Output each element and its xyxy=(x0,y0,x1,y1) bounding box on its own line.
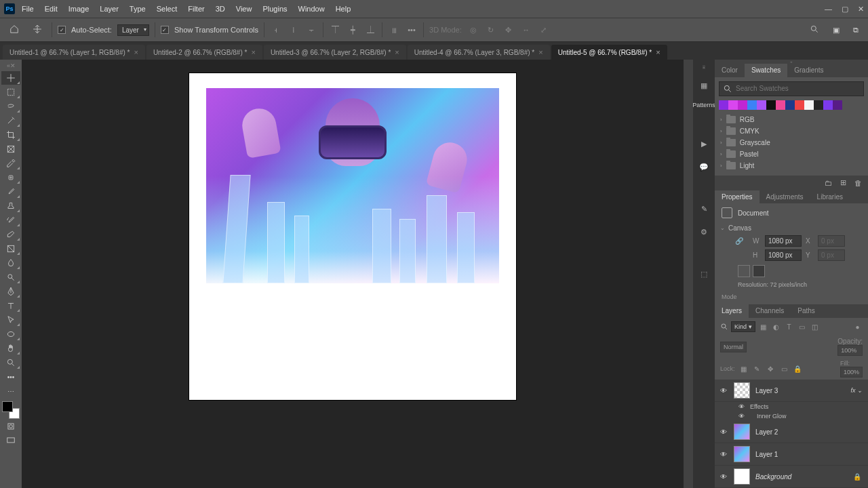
tab-libraries[interactable]: Libraries xyxy=(810,190,850,204)
menu-filter[interactable]: Filter xyxy=(182,2,210,16)
document-tab[interactable]: Untitled-1 @ 66.7% (Layer 1, RGB/8#) *× xyxy=(3,45,145,60)
crop-tool[interactable] xyxy=(1,128,20,142)
shape-tool[interactable] xyxy=(1,327,20,341)
comments-panel-icon[interactable]: 💬 xyxy=(697,160,711,174)
tab-color[interactable]: Color xyxy=(715,64,745,77)
menu-type[interactable]: Type xyxy=(124,2,151,16)
visibility-toggle[interactable]: 👁 xyxy=(719,428,728,436)
swatch-color[interactable] xyxy=(728,100,738,110)
visibility-toggle[interactable]: 👁 xyxy=(736,413,746,420)
tab-swatches[interactable]: Swatches xyxy=(745,64,787,77)
swatch-search-input[interactable] xyxy=(736,85,860,92)
lasso-tool[interactable] xyxy=(1,100,20,113)
swatch-color[interactable] xyxy=(814,100,823,110)
3d-panel-icon[interactable]: ⬚ xyxy=(697,267,711,281)
swatch-folder[interactable]: ›RGB xyxy=(719,114,864,125)
swatch-folder[interactable]: ›CMYK xyxy=(719,125,864,137)
visibility-toggle[interactable]: 👁 xyxy=(719,451,728,458)
layer-name[interactable]: Layer 1 xyxy=(755,451,778,458)
lock-pos-icon[interactable]: ✥ xyxy=(766,364,776,374)
layer-name[interactable]: Layer 2 xyxy=(755,428,778,436)
color-swatches[interactable] xyxy=(2,401,20,419)
close-button[interactable]: ✕ xyxy=(858,5,864,14)
vertical-scrollbar[interactable] xyxy=(684,60,693,488)
path-select-tool[interactable] xyxy=(1,313,20,327)
visibility-toggle[interactable]: 👁 xyxy=(719,473,728,481)
align-vcenter-icon[interactable]: ┿ xyxy=(347,24,359,36)
layer-row[interactable]: 👁Background🔒 xyxy=(715,466,868,488)
swatch-new-icon[interactable]: ⊞ xyxy=(838,178,848,188)
document-tab[interactable]: Untitled-2 @ 66.7% (RGB/8#) *× xyxy=(146,45,262,60)
menu-image[interactable]: Image xyxy=(63,2,95,16)
blend-mode-dropdown[interactable]: Normal xyxy=(720,342,747,352)
frame-tool[interactable] xyxy=(1,142,20,156)
auto-select-mode-dropdown[interactable]: Layer xyxy=(117,24,149,36)
blur-tool[interactable] xyxy=(1,256,20,270)
swatch-color[interactable] xyxy=(757,100,766,110)
dodge-tool[interactable] xyxy=(1,270,20,284)
eraser-tool[interactable] xyxy=(1,228,20,241)
wand-tool[interactable] xyxy=(1,114,20,127)
swatch-delete-icon[interactable]: 🗑 xyxy=(853,178,863,188)
screenmode-tool[interactable] xyxy=(1,434,20,447)
distribute-icon[interactable]: ⫼ xyxy=(388,24,400,36)
swatch-save-icon[interactable]: 🗀 xyxy=(823,178,833,188)
lock-paint-icon[interactable]: ✎ xyxy=(752,364,762,374)
tab-properties[interactable]: Properties xyxy=(715,190,760,204)
auto-select-checkbox[interactable]: ✓ xyxy=(58,26,66,34)
menu-file[interactable]: File xyxy=(16,2,39,16)
menu-edit[interactable]: Edit xyxy=(39,2,63,16)
fx-badge[interactable]: fx ⌄ xyxy=(850,387,863,394)
menu-layer[interactable]: Layer xyxy=(94,2,124,16)
menu-plugins[interactable]: Plugins xyxy=(257,2,292,16)
swatch-search[interactable] xyxy=(719,81,864,96)
quickmask-tool[interactable] xyxy=(1,420,20,433)
document-tab[interactable]: Untitled-5 @ 66.7% (RGB/8#) *× xyxy=(551,45,667,60)
swatch-folder[interactable]: ›Pastel xyxy=(719,148,864,160)
edit-toolbar[interactable]: ⋯ xyxy=(1,384,20,398)
height-input[interactable] xyxy=(765,249,802,261)
swatch-folder[interactable]: ›Grayscale xyxy=(719,137,864,148)
move-tool-icon[interactable] xyxy=(28,22,46,37)
foreground-color[interactable] xyxy=(2,401,13,412)
history-brush-tool[interactable] xyxy=(1,214,20,227)
canvas-section-toggle[interactable]: ⌄Canvas xyxy=(715,222,868,234)
move-tool[interactable] xyxy=(1,71,20,85)
artboard[interactable] xyxy=(189,73,516,400)
heal-tool[interactable] xyxy=(1,171,20,184)
layer-name[interactable]: Layer 3 xyxy=(755,387,778,394)
fill-value[interactable]: 100% xyxy=(840,367,863,378)
menu-select[interactable]: Select xyxy=(151,2,183,16)
align-left-icon[interactable]: ⫞ xyxy=(270,24,282,36)
lock-trans-icon[interactable]: ▦ xyxy=(738,364,749,374)
canvas-area[interactable] xyxy=(22,60,684,488)
tab-close-icon[interactable]: × xyxy=(251,48,255,56)
show-transform-checkbox[interactable]: ✓ xyxy=(161,26,169,34)
layer-thumbnail[interactable] xyxy=(734,424,750,440)
tab-close-icon[interactable]: × xyxy=(134,48,138,56)
document-tab[interactable]: Untitled-4 @ 66.7% (Layer 3, RGB/8#) *× xyxy=(408,45,550,60)
tool-overflow[interactable]: ••• xyxy=(1,370,20,384)
filter-toggle[interactable]: ● xyxy=(852,322,863,332)
zoom-tool[interactable] xyxy=(1,356,20,369)
gradient-tool[interactable] xyxy=(1,242,20,256)
swatch-color[interactable] xyxy=(804,100,814,110)
tab-close-icon[interactable]: × xyxy=(656,48,660,56)
swatch-color[interactable] xyxy=(738,100,747,110)
swatch-folder[interactable]: ›Light xyxy=(719,160,864,171)
type-tool[interactable] xyxy=(1,299,20,312)
visibility-toggle[interactable]: 👁 xyxy=(736,403,746,410)
swatch-color[interactable] xyxy=(833,100,842,110)
swatch-color[interactable] xyxy=(776,100,785,110)
layer-effect[interactable]: 👁Effects xyxy=(715,402,868,411)
swatch-color[interactable] xyxy=(785,100,795,110)
layer-thumbnail[interactable] xyxy=(734,382,750,399)
layer-row[interactable]: 👁Layer 3fx ⌄ xyxy=(715,380,868,402)
align-bottom-icon[interactable]: ⏊ xyxy=(364,24,376,36)
layer-row[interactable]: 👁Layer 1 xyxy=(715,443,868,466)
swatch-color[interactable] xyxy=(795,100,804,110)
landscape-button[interactable] xyxy=(753,265,765,277)
marquee-tool[interactable] xyxy=(1,85,20,99)
tab-close-icon[interactable]: × xyxy=(538,48,542,56)
layer-thumbnail[interactable] xyxy=(734,468,750,485)
